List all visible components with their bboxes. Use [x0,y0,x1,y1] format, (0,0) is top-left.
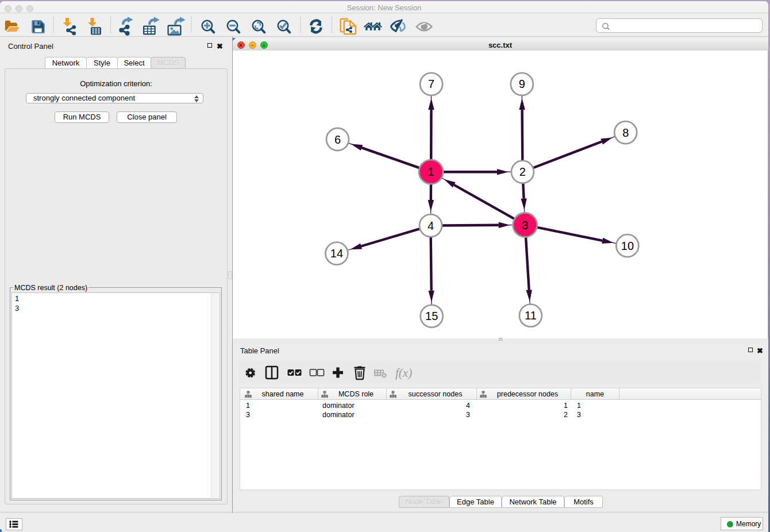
svg-text:8: 8 [622,126,629,139]
svg-text:15: 15 [425,310,438,322]
svg-text:f(x): f(x) [395,366,412,380]
svg-text:10: 10 [621,240,634,252]
svg-text:3: 3 [522,219,528,232]
svg-text:2: 2 [519,165,526,178]
svg-text:11: 11 [525,309,537,322]
svg-text:6: 6 [334,133,341,146]
svg-text:1: 1 [428,165,434,178]
svg-text:14: 14 [330,247,343,260]
svg-text:7: 7 [428,78,434,90]
svg-text:9: 9 [519,78,525,90]
svg-text:4: 4 [428,219,434,232]
